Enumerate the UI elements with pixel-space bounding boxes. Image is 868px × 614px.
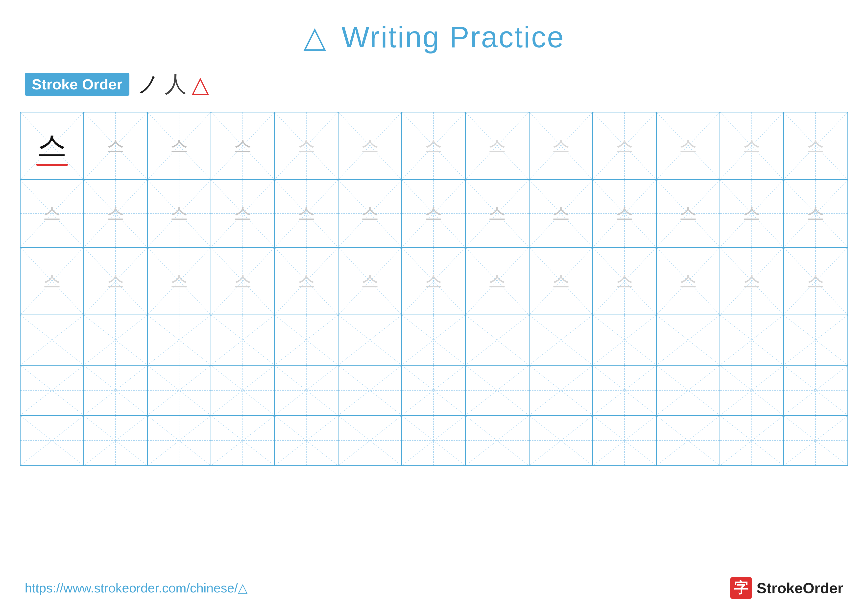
grid-cell-r3-c7[interactable]: 스 bbox=[466, 248, 529, 314]
grid-cell-r2-c9[interactable]: 스 bbox=[593, 180, 657, 247]
grid-cell-r3-c0[interactable]: 스 bbox=[20, 248, 84, 314]
grid-cell-r6-c7[interactable] bbox=[466, 416, 529, 465]
svg-line-111 bbox=[211, 365, 274, 415]
grid-cell-r1-c2[interactable]: 스 bbox=[148, 112, 211, 179]
grid-cell-r5-c7[interactable] bbox=[466, 365, 529, 415]
grid-cell-r2-c2[interactable]: 스 bbox=[148, 180, 211, 247]
grid-cell-r3-c12[interactable]: 스 bbox=[784, 248, 848, 314]
grid-cell-r1-c1[interactable]: 스 bbox=[84, 112, 148, 179]
svg-line-148 bbox=[593, 416, 656, 465]
svg-line-85 bbox=[211, 315, 274, 365]
grid-cell-r2-c1[interactable]: 스 bbox=[84, 180, 148, 247]
grid-cell-r5-c11[interactable] bbox=[720, 365, 784, 415]
grid-cell-r5-c6[interactable] bbox=[402, 365, 466, 415]
grid-cell-r5-c5[interactable] bbox=[338, 365, 402, 415]
footer: https://www.strokeorder.com/chinese/△ 字 … bbox=[25, 577, 843, 599]
grid-cell-r4-c12[interactable] bbox=[784, 315, 848, 365]
grid-cell-r3-c10[interactable]: 스 bbox=[657, 248, 720, 314]
grid-cell-r1-c11[interactable]: 스 bbox=[720, 112, 784, 179]
grid-cell-r5-c8[interactable] bbox=[530, 365, 593, 415]
grid-cell-r3-c1[interactable]: 스 bbox=[84, 248, 148, 314]
grid-cell-r6-c9[interactable] bbox=[593, 416, 657, 465]
svg-line-97 bbox=[593, 315, 656, 365]
grid-cell-r2-c11[interactable]: 스 bbox=[720, 180, 784, 247]
title-char: △ bbox=[303, 20, 327, 53]
grid-row-1: 스스스스스스스스스스스스스 bbox=[20, 112, 848, 180]
svg-line-147 bbox=[530, 416, 592, 465]
grid-cell-r1-c3[interactable]: 스 bbox=[211, 112, 275, 179]
grid-cell-r6-c8[interactable] bbox=[530, 416, 593, 465]
grid-cell-r6-c10[interactable] bbox=[657, 416, 720, 465]
svg-line-118 bbox=[466, 365, 529, 415]
grid-cell-r4-c4[interactable] bbox=[275, 315, 338, 365]
grid-cell-r6-c5[interactable] bbox=[338, 416, 402, 465]
grid-cell-r4-c5[interactable] bbox=[338, 315, 402, 365]
stroke-1: ノ bbox=[137, 69, 160, 99]
grid-cell-r1-c5[interactable]: 스 bbox=[338, 112, 402, 179]
grid-cell-r6-c11[interactable] bbox=[720, 416, 784, 465]
grid-cell-r6-c0[interactable] bbox=[20, 416, 84, 465]
grid-cell-r2-c5[interactable]: 스 bbox=[338, 180, 402, 247]
grid-cell-r5-c9[interactable] bbox=[593, 365, 657, 415]
grid-cell-r4-c10[interactable] bbox=[657, 315, 720, 365]
svg-line-140 bbox=[338, 416, 401, 465]
grid-cell-r4-c11[interactable] bbox=[720, 315, 784, 365]
grid-cell-r6-c6[interactable] bbox=[402, 416, 466, 465]
grid-cell-r4-c8[interactable] bbox=[530, 315, 593, 365]
grid-row-5 bbox=[20, 365, 848, 416]
grid-cell-r5-c12[interactable] bbox=[784, 365, 848, 415]
grid-cell-r4-c6[interactable] bbox=[402, 315, 466, 365]
svg-line-103 bbox=[784, 315, 848, 365]
svg-line-146 bbox=[530, 416, 592, 465]
grid-cell-r3-c5[interactable]: 스 bbox=[338, 248, 402, 314]
grid-cell-r4-c0[interactable] bbox=[20, 315, 84, 365]
grid-cell-r2-c6[interactable]: 스 bbox=[402, 180, 466, 247]
svg-line-105 bbox=[20, 365, 84, 415]
svg-line-78 bbox=[20, 315, 84, 365]
grid-cell-r2-c10[interactable]: 스 bbox=[657, 180, 720, 247]
grid-cell-r5-c10[interactable] bbox=[657, 365, 720, 415]
grid-cell-r2-c7[interactable]: 스 bbox=[466, 180, 529, 247]
grid-cell-r6-c4[interactable] bbox=[275, 416, 338, 465]
grid-cell-r1-c10[interactable]: 스 bbox=[657, 112, 720, 179]
grid-cell-r3-c4[interactable]: 스 bbox=[275, 248, 338, 314]
grid-row-3: 스스스스스스스스스스스스스 bbox=[20, 248, 848, 315]
grid-cell-r1-c8[interactable]: 스 bbox=[530, 112, 593, 179]
grid-cell-r6-c1[interactable] bbox=[84, 416, 148, 465]
grid-cell-r5-c0[interactable] bbox=[20, 365, 84, 415]
grid-cell-r5-c4[interactable] bbox=[275, 365, 338, 415]
stroke-3: △ bbox=[192, 72, 209, 97]
grid-cell-r4-c9[interactable] bbox=[593, 315, 657, 365]
svg-line-123 bbox=[593, 365, 656, 415]
grid-cell-r5-c2[interactable] bbox=[148, 365, 211, 415]
grid-cell-r3-c2[interactable]: 스 bbox=[148, 248, 211, 314]
grid-cell-r2-c4[interactable]: 스 bbox=[275, 180, 338, 247]
grid-cell-r1-c9[interactable]: 스 bbox=[593, 112, 657, 179]
grid-cell-r1-c7[interactable]: 스 bbox=[466, 112, 529, 179]
grid-cell-r4-c7[interactable] bbox=[466, 315, 529, 365]
svg-line-110 bbox=[211, 365, 274, 415]
grid-cell-r2-c3[interactable]: 스 bbox=[211, 180, 275, 247]
grid-cell-r3-c9[interactable]: 스 bbox=[593, 248, 657, 314]
grid-cell-r5-c3[interactable] bbox=[211, 365, 275, 415]
svg-line-96 bbox=[593, 315, 656, 365]
grid-cell-r1-c0[interactable]: 스 bbox=[20, 112, 84, 179]
grid-cell-r1-c6[interactable]: 스 bbox=[402, 112, 466, 179]
grid-cell-r3-c3[interactable]: 스 bbox=[211, 248, 275, 314]
grid-cell-r3-c8[interactable]: 스 bbox=[530, 248, 593, 314]
grid-cell-r4-c1[interactable] bbox=[84, 315, 148, 365]
grid-cell-r2-c12[interactable]: 스 bbox=[784, 180, 848, 247]
grid-cell-r1-c4[interactable]: 스 bbox=[275, 112, 338, 179]
grid-cell-r3-c6[interactable]: 스 bbox=[402, 248, 466, 314]
grid-cell-r1-c12[interactable]: 스 bbox=[784, 112, 848, 179]
svg-line-142 bbox=[402, 416, 465, 465]
grid-cell-r4-c2[interactable] bbox=[148, 315, 211, 365]
grid-cell-r6-c3[interactable] bbox=[211, 416, 275, 465]
grid-cell-r6-c2[interactable] bbox=[148, 416, 211, 465]
grid-cell-r5-c1[interactable] bbox=[84, 365, 148, 415]
grid-cell-r2-c0[interactable]: 스 bbox=[20, 180, 84, 247]
grid-cell-r6-c12[interactable] bbox=[784, 416, 848, 465]
grid-cell-r3-c11[interactable]: 스 bbox=[720, 248, 784, 314]
grid-cell-r4-c3[interactable] bbox=[211, 315, 275, 365]
grid-cell-r2-c8[interactable]: 스 bbox=[530, 180, 593, 247]
